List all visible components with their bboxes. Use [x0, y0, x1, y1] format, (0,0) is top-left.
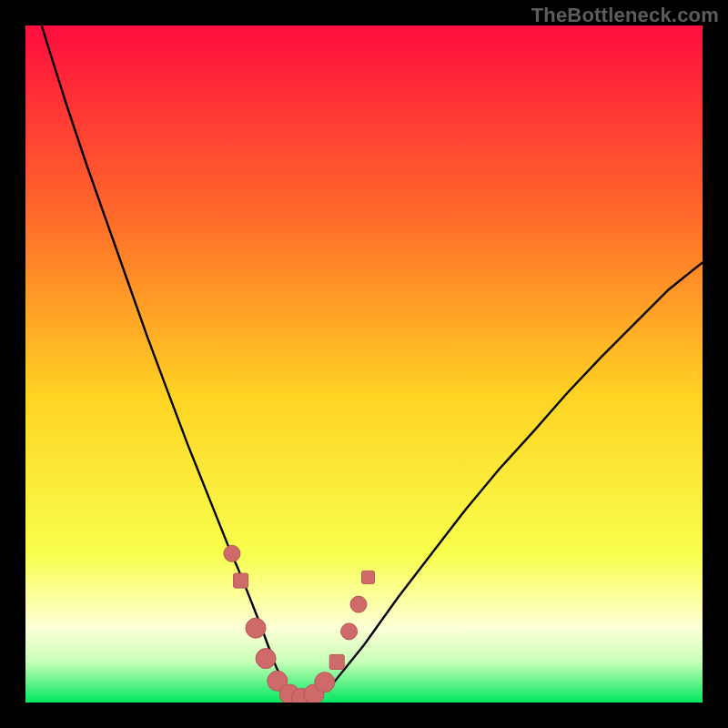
curve-marker — [224, 545, 240, 561]
attribution-text: TheBottleneck.com — [531, 4, 719, 27]
bottleneck-chart — [25, 25, 703, 703]
curve-marker — [234, 573, 248, 588]
plot-area — [25, 25, 703, 703]
curve-marker — [315, 672, 335, 693]
curve-marker — [350, 596, 367, 612]
curve-marker — [362, 571, 375, 583]
curve-marker — [246, 618, 266, 638]
chart-frame: TheBottleneck.com — [0, 0, 728, 728]
curve-marker — [256, 649, 276, 669]
curve-marker — [329, 654, 344, 669]
curve-marker — [341, 623, 358, 640]
